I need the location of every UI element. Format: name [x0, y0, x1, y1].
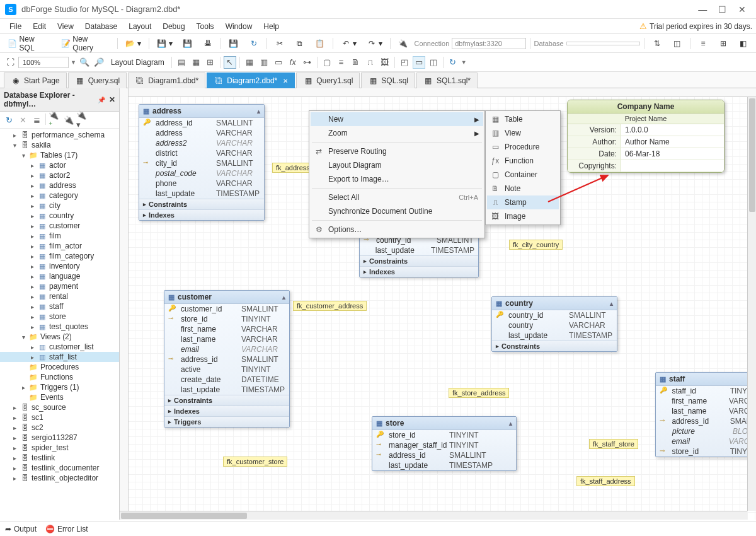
image-tool[interactable]: 🖾 [379, 56, 391, 69]
column-row[interactable]: 🔑address_idSMALLINT [139, 118, 264, 128]
tree-node-views--2-[interactable]: ▾📁Views (2) [0, 332, 119, 342]
new-connection-button[interactable]: 🔌⁺ [49, 114, 61, 126]
tree-node-functions[interactable]: 📁Functions [0, 372, 119, 382]
menu-item-note[interactable]: 🗎Note [487, 182, 559, 195]
column-row[interactable]: countryVARCHAR [492, 320, 617, 330]
entity-section[interactable]: ▸Indexes [139, 209, 264, 220]
disconnect-button[interactable]: 🔌 [62, 114, 75, 126]
new-query-button[interactable]: 📝New Query [57, 33, 113, 54]
tree-node-sc2[interactable]: ▸🗄sc2 [0, 422, 119, 433]
column-row[interactable]: 🔑country_idSMALLINT [492, 310, 617, 320]
menu-item-zoom[interactable]: Zoom▶ [311, 126, 483, 140]
tree-node-sakila[interactable]: ▾🗄sakila [0, 140, 119, 150]
fk-label[interactable]: fk_staff_store [589, 439, 638, 449]
fk-label[interactable]: fk_staff_address [576, 476, 635, 486]
entity-section[interactable]: ▸Constraints [492, 341, 617, 351]
menu-item-select-all[interactable]: Select AllCtrl+A [311, 190, 483, 204]
tree-node-staff-list[interactable]: ▸▥staff_list [0, 352, 119, 362]
align-tool[interactable]: ≡ [335, 56, 348, 69]
menu-item-image[interactable]: 🖾Image [487, 209, 559, 223]
tree-node-film[interactable]: ▸▦film [0, 231, 119, 241]
menu-item-table[interactable]: ▦Table [487, 112, 559, 126]
column-row[interactable]: last_nameVARCH [656, 406, 756, 416]
tree-node-city[interactable]: ▸▦city [0, 201, 119, 211]
stamp-field-value[interactable]: 06-Mar-18 [621, 148, 724, 160]
fk-label[interactable]: fk_address [272, 163, 314, 173]
tree-node-customer[interactable]: ▸▦customer [0, 221, 119, 231]
expand-icon[interactable]: ▸ [29, 192, 35, 199]
sync-button[interactable]: ↻ [447, 56, 459, 69]
menu-database[interactable]: Database [79, 20, 123, 33]
column-row[interactable]: emailVARCH [656, 436, 756, 446]
close-explorer-button[interactable]: ✕ [109, 95, 115, 104]
expand-icon[interactable]: ▸ [29, 233, 35, 240]
tree-node-sc-source[interactable]: ▸🗄sc_source [0, 402, 119, 412]
expand-icon[interactable]: ▸ [11, 132, 18, 139]
entity-header[interactable]: ▦address▴ [139, 105, 264, 118]
fk-label[interactable]: fk_customer_address [293, 301, 367, 311]
expand-icon[interactable]: ▸ [20, 384, 26, 391]
new-function-tool[interactable]: fx [287, 56, 299, 69]
menu-item-view[interactable]: ▥View [487, 126, 559, 140]
connect-button[interactable]: 🔌 [394, 37, 412, 50]
copy-button[interactable]: ⧉ [291, 37, 309, 50]
column-row[interactable]: last_updateTIMESTAMP [492, 330, 617, 341]
column-row[interactable]: addressVARCHAR [139, 128, 264, 138]
stamp-field-value[interactable] [621, 160, 724, 172]
expand-icon[interactable]: ▸ [11, 404, 18, 411]
tab-query-sql[interactable]: ▦Query.sql [68, 73, 127, 88]
tree-node-inventory[interactable]: ▸▦inventory [0, 261, 119, 271]
expand-icon[interactable]: ▸ [29, 202, 35, 209]
tree-node-events[interactable]: 📁Events [0, 392, 119, 402]
column-row[interactable]: last_updateTIMESTAMP [360, 245, 478, 255]
menu-item-layout-diagram[interactable]: Layout Diagram [311, 158, 483, 172]
note-tool[interactable]: 🗎 [350, 56, 362, 69]
expand-icon[interactable]: ▸ [29, 344, 35, 351]
column-row[interactable]: activeTINYINT [164, 364, 289, 375]
object-tree[interactable]: ▸🗄performance_schema▾🗄sakila▾📁Tables (17… [0, 129, 119, 520]
tree-node-film-category[interactable]: ▸▦film_category [0, 251, 119, 261]
column-row[interactable]: postal_codeVARCHAR [139, 168, 264, 178]
submenu-new[interactable]: ▦Table▥View▭ProcedureƒxFunction▢Containe… [485, 110, 561, 225]
expand-icon[interactable]: ▸ [11, 465, 18, 472]
menu-item-container[interactable]: ▢Container [487, 168, 559, 182]
expand-icon[interactable]: ▸ [11, 434, 18, 441]
stamp-box[interactable]: Company NameProject NameVersion:1.0.0.0A… [567, 100, 724, 173]
diagram-canvas[interactable]: ▦address▴🔑address_idSMALLINTaddressVARCH… [120, 88, 756, 520]
expand-icon[interactable]: ▸ [29, 293, 35, 300]
column-row[interactable]: last_nameVARCHAR [164, 334, 289, 344]
collapse-icon[interactable]: ▴ [282, 294, 285, 301]
column-row[interactable]: ⊸store_idTINYINT [164, 314, 289, 324]
column-row[interactable]: phoneVARCHAR [139, 178, 264, 189]
expand-icon[interactable]: ▸ [29, 263, 35, 270]
zoom-in-button[interactable]: 🔍 [78, 56, 91, 69]
menu-debug[interactable]: Debug [157, 20, 190, 33]
fk-label[interactable]: fk_city_country [509, 240, 563, 250]
column-row[interactable]: ⊸address_idSMALLINT [372, 450, 516, 460]
tree-node-film-actor[interactable]: ▸▦film_actor [0, 241, 119, 251]
entity-section[interactable]: ▸Triggers [164, 416, 289, 427]
entity-section[interactable]: ▸Indexes [360, 266, 478, 277]
entity-header[interactable]: ▦store▴ [372, 417, 516, 430]
tool-d-button[interactable]: ⊞ [714, 37, 732, 50]
explorer-tab-header[interactable]: Database Explorer - dbfmyl… 📌 ✕ [0, 88, 119, 112]
new-relation-tool[interactable]: ⊶ [301, 56, 314, 69]
close-tab-button[interactable]: ✕ [283, 78, 288, 84]
menu-file[interactable]: File [4, 20, 27, 33]
expand-icon[interactable]: ▸ [11, 424, 18, 431]
column-row[interactable]: last_updateTIMESTAMP [164, 385, 289, 395]
menu-window[interactable]: Window [220, 20, 258, 33]
pointer-tool[interactable]: ↖ [224, 56, 236, 69]
column-row[interactable]: ⊸address_idSMALLINT [164, 354, 289, 364]
new-table-tool[interactable]: ▦ [243, 56, 256, 69]
layout-diagram-button[interactable]: Layout Diagram [107, 56, 168, 69]
column-row[interactable]: districtVARCHAR [139, 148, 264, 158]
zoom-combo[interactable]: 100% [18, 57, 69, 68]
entity-section[interactable]: ▸Constraints [139, 199, 264, 209]
cut-button[interactable]: ✂ [271, 37, 289, 50]
tree-node-test-quotes[interactable]: ▸▦test_quotes [0, 322, 119, 332]
fk-label[interactable]: fk_store_address [449, 388, 509, 398]
tree-node-category[interactable]: ▸▦category [0, 190, 119, 201]
tree-node-actor2[interactable]: ▸▦actor2 [0, 170, 119, 180]
tree-node-staff[interactable]: ▸▦staff [0, 301, 119, 312]
